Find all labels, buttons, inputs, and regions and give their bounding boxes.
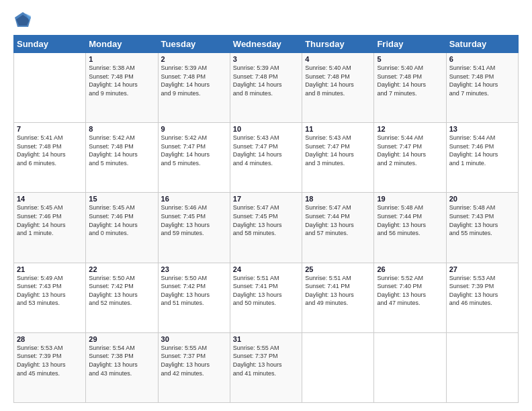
- day-info: Sunrise: 5:43 AMSunset: 7:47 PMDaylight:…: [233, 134, 299, 167]
- weekday-header-friday: Friday: [374, 36, 446, 53]
- day-cell: 21Sunrise: 5:49 AMSunset: 7:43 PMDayligh…: [14, 263, 86, 332]
- day-info: Sunrise: 5:38 AMSunset: 7:48 PMDaylight:…: [89, 64, 154, 97]
- day-number: 10: [233, 125, 299, 133]
- day-number: 8: [89, 125, 154, 133]
- day-number: 7: [17, 125, 83, 133]
- day-cell: 16Sunrise: 5:46 AMSunset: 7:45 PMDayligh…: [158, 193, 230, 263]
- day-cell: [374, 332, 446, 402]
- day-number: 26: [377, 265, 443, 273]
- day-cell: 13Sunrise: 5:44 AMSunset: 7:46 PMDayligh…: [446, 123, 518, 193]
- day-cell: 31Sunrise: 5:55 AMSunset: 7:37 PMDayligh…: [230, 332, 302, 402]
- day-cell: 10Sunrise: 5:43 AMSunset: 7:47 PMDayligh…: [230, 123, 302, 193]
- day-number: 14: [17, 195, 83, 203]
- day-number: 18: [305, 195, 371, 203]
- day-info: Sunrise: 5:55 AMSunset: 7:37 PMDaylight:…: [233, 344, 299, 377]
- day-cell: 7Sunrise: 5:41 AMSunset: 7:48 PMDaylight…: [14, 123, 86, 193]
- day-info: Sunrise: 5:55 AMSunset: 7:37 PMDaylight:…: [161, 344, 227, 377]
- day-cell: [302, 332, 374, 402]
- day-info: Sunrise: 5:43 AMSunset: 7:47 PMDaylight:…: [305, 134, 371, 167]
- day-number: 11: [305, 125, 371, 133]
- day-number: 2: [161, 55, 227, 63]
- day-cell: 8Sunrise: 5:42 AMSunset: 7:48 PMDaylight…: [86, 123, 158, 193]
- day-info: Sunrise: 5:42 AMSunset: 7:47 PMDaylight:…: [161, 134, 227, 167]
- day-info: Sunrise: 5:52 AMSunset: 7:40 PMDaylight:…: [377, 274, 443, 308]
- day-info: Sunrise: 5:46 AMSunset: 7:45 PMDaylight:…: [161, 203, 227, 237]
- day-info: Sunrise: 5:48 AMSunset: 7:44 PMDaylight:…: [377, 203, 443, 237]
- day-number: 23: [161, 265, 227, 273]
- day-info: Sunrise: 5:47 AMSunset: 7:44 PMDaylight:…: [305, 203, 371, 237]
- day-info: Sunrise: 5:48 AMSunset: 7:43 PMDaylight:…: [449, 203, 515, 237]
- day-info: Sunrise: 5:41 AMSunset: 7:48 PMDaylight:…: [17, 134, 83, 167]
- day-number: 27: [449, 265, 515, 273]
- day-number: 20: [449, 195, 515, 203]
- day-number: 1: [89, 55, 154, 63]
- day-number: 13: [449, 125, 515, 133]
- day-number: 6: [449, 55, 515, 63]
- day-cell: 22Sunrise: 5:50 AMSunset: 7:42 PMDayligh…: [86, 263, 158, 332]
- week-row-5: 28Sunrise: 5:53 AMSunset: 7:39 PMDayligh…: [14, 332, 519, 402]
- week-row-1: 1Sunrise: 5:38 AMSunset: 7:48 PMDaylight…: [14, 53, 519, 123]
- week-row-2: 7Sunrise: 5:41 AMSunset: 7:48 PMDaylight…: [14, 123, 519, 193]
- logo: [13, 11, 35, 30]
- day-cell: 15Sunrise: 5:45 AMSunset: 7:46 PMDayligh…: [86, 193, 158, 263]
- day-cell: 18Sunrise: 5:47 AMSunset: 7:44 PMDayligh…: [302, 193, 374, 263]
- week-row-3: 14Sunrise: 5:45 AMSunset: 7:46 PMDayligh…: [14, 193, 519, 263]
- day-cell: 27Sunrise: 5:53 AMSunset: 7:39 PMDayligh…: [446, 263, 518, 332]
- day-info: Sunrise: 5:39 AMSunset: 7:48 PMDaylight:…: [233, 64, 299, 97]
- day-cell: [14, 53, 86, 123]
- day-cell: 14Sunrise: 5:45 AMSunset: 7:46 PMDayligh…: [14, 193, 86, 263]
- day-info: Sunrise: 5:47 AMSunset: 7:45 PMDaylight:…: [233, 203, 299, 237]
- day-info: Sunrise: 5:53 AMSunset: 7:39 PMDaylight:…: [17, 344, 83, 377]
- day-number: 29: [89, 335, 154, 343]
- weekday-header-saturday: Saturday: [446, 36, 518, 53]
- day-info: Sunrise: 5:41 AMSunset: 7:48 PMDaylight:…: [449, 64, 515, 97]
- weekday-header-tuesday: Tuesday: [158, 36, 230, 53]
- day-cell: 9Sunrise: 5:42 AMSunset: 7:47 PMDaylight…: [158, 123, 230, 193]
- day-cell: 29Sunrise: 5:54 AMSunset: 7:38 PMDayligh…: [86, 332, 158, 402]
- day-number: 31: [233, 335, 299, 343]
- day-number: 22: [89, 265, 154, 273]
- weekday-header-monday: Monday: [86, 36, 158, 53]
- day-cell: 3Sunrise: 5:39 AMSunset: 7:48 PMDaylight…: [230, 53, 302, 123]
- day-number: 21: [17, 265, 83, 273]
- day-cell: 26Sunrise: 5:52 AMSunset: 7:40 PMDayligh…: [374, 263, 446, 332]
- day-info: Sunrise: 5:45 AMSunset: 7:46 PMDaylight:…: [89, 203, 154, 237]
- day-info: Sunrise: 5:50 AMSunset: 7:42 PMDaylight:…: [161, 274, 227, 308]
- weekday-header-thursday: Thursday: [302, 36, 374, 53]
- day-info: Sunrise: 5:44 AMSunset: 7:46 PMDaylight:…: [449, 134, 515, 167]
- day-cell: 17Sunrise: 5:47 AMSunset: 7:45 PMDayligh…: [230, 193, 302, 263]
- day-info: Sunrise: 5:40 AMSunset: 7:48 PMDaylight:…: [377, 64, 443, 97]
- day-info: Sunrise: 5:54 AMSunset: 7:38 PMDaylight:…: [89, 344, 154, 377]
- day-number: 5: [377, 55, 443, 63]
- day-cell: 19Sunrise: 5:48 AMSunset: 7:44 PMDayligh…: [374, 193, 446, 263]
- weekday-header-row: SundayMondayTuesdayWednesdayThursdayFrid…: [14, 36, 519, 53]
- day-cell: 12Sunrise: 5:44 AMSunset: 7:47 PMDayligh…: [374, 123, 446, 193]
- day-cell: 25Sunrise: 5:51 AMSunset: 7:41 PMDayligh…: [302, 263, 374, 332]
- day-cell: 20Sunrise: 5:48 AMSunset: 7:43 PMDayligh…: [446, 193, 518, 263]
- day-info: Sunrise: 5:53 AMSunset: 7:39 PMDaylight:…: [449, 274, 515, 308]
- day-number: 17: [233, 195, 299, 203]
- day-info: Sunrise: 5:51 AMSunset: 7:41 PMDaylight:…: [233, 274, 299, 308]
- day-number: 30: [161, 335, 227, 343]
- day-number: 28: [17, 335, 83, 343]
- week-row-4: 21Sunrise: 5:49 AMSunset: 7:43 PMDayligh…: [14, 263, 519, 332]
- day-cell: 4Sunrise: 5:40 AMSunset: 7:48 PMDaylight…: [302, 53, 374, 123]
- day-number: 16: [161, 195, 227, 203]
- day-info: Sunrise: 5:39 AMSunset: 7:48 PMDaylight:…: [161, 64, 227, 97]
- day-number: 4: [305, 55, 371, 63]
- day-cell: 2Sunrise: 5:39 AMSunset: 7:48 PMDaylight…: [158, 53, 230, 123]
- day-cell: 11Sunrise: 5:43 AMSunset: 7:47 PMDayligh…: [302, 123, 374, 193]
- day-cell: 24Sunrise: 5:51 AMSunset: 7:41 PMDayligh…: [230, 263, 302, 332]
- day-info: Sunrise: 5:42 AMSunset: 7:48 PMDaylight:…: [89, 134, 154, 167]
- weekday-header-sunday: Sunday: [14, 36, 86, 53]
- calendar-table: SundayMondayTuesdayWednesdayThursdayFrid…: [13, 35, 519, 403]
- day-info: Sunrise: 5:44 AMSunset: 7:47 PMDaylight:…: [377, 134, 443, 167]
- day-info: Sunrise: 5:40 AMSunset: 7:48 PMDaylight:…: [305, 64, 371, 97]
- day-cell: 1Sunrise: 5:38 AMSunset: 7:48 PMDaylight…: [86, 53, 158, 123]
- day-cell: 28Sunrise: 5:53 AMSunset: 7:39 PMDayligh…: [14, 332, 86, 402]
- page: SundayMondayTuesdayWednesdayThursdayFrid…: [0, 0, 532, 411]
- day-cell: 23Sunrise: 5:50 AMSunset: 7:42 PMDayligh…: [158, 263, 230, 332]
- day-info: Sunrise: 5:51 AMSunset: 7:41 PMDaylight:…: [305, 274, 371, 308]
- day-number: 3: [233, 55, 299, 63]
- day-cell: 5Sunrise: 5:40 AMSunset: 7:48 PMDaylight…: [374, 53, 446, 123]
